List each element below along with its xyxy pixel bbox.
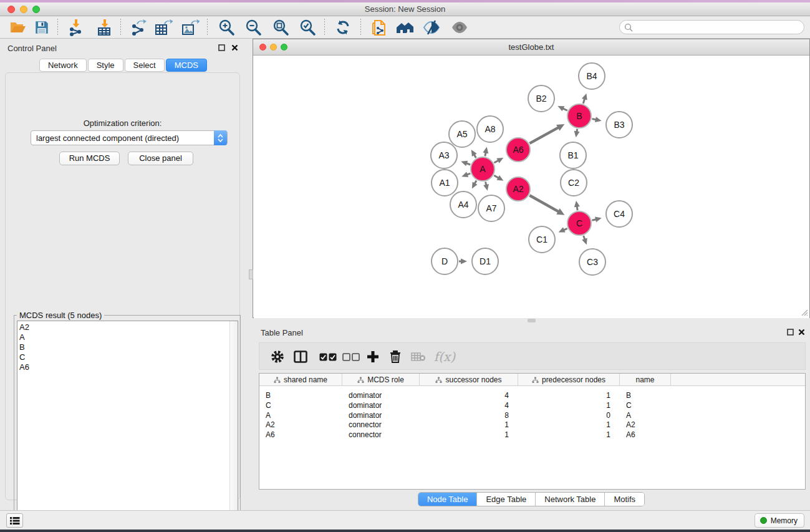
- refresh-network-icon[interactable]: [334, 18, 352, 37]
- tab-select[interactable]: Select: [125, 59, 165, 72]
- graph-edge[interactable]: [529, 195, 559, 212]
- add-column-icon[interactable]: [364, 347, 382, 367]
- network-window-titlebar[interactable]: testGlobe.txt: [253, 39, 809, 56]
- function-builder-icon[interactable]: f(x): [432, 347, 457, 367]
- zoom-in-icon[interactable]: [217, 18, 236, 37]
- table-cell[interactable]: dominator: [342, 411, 420, 421]
- table-cell[interactable]: 1: [420, 420, 518, 430]
- mcds-result-item[interactable]: B: [19, 342, 238, 352]
- tab-network[interactable]: Network: [39, 59, 87, 72]
- show-graphics-details-icon[interactable]: [450, 18, 469, 37]
- delete-table-icon[interactable]: [410, 347, 427, 367]
- table-cell[interactable]: 4: [420, 391, 518, 401]
- table-cell[interactable]: A: [620, 411, 671, 421]
- tab-network-table[interactable]: Network Table: [536, 493, 605, 506]
- close-panel-icon[interactable]: [231, 44, 238, 51]
- zoom-selected-icon[interactable]: [298, 18, 317, 37]
- table-cell[interactable]: dominator: [342, 401, 420, 411]
- table-cell[interactable]: 0: [518, 411, 620, 421]
- import-table-icon[interactable]: [95, 18, 114, 37]
- column-header-MCDS-role[interactable]: MCDS role: [342, 374, 420, 386]
- export-image-icon[interactable]: [181, 18, 200, 37]
- close-network-button[interactable]: [259, 44, 266, 51]
- mcds-result-item[interactable]: A2: [19, 322, 238, 332]
- resize-grip-icon[interactable]: [800, 308, 808, 316]
- close-window-button[interactable]: [7, 6, 15, 13]
- search-field[interactable]: [619, 20, 804, 34]
- float-panel-icon[interactable]: [787, 329, 794, 336]
- table-cell[interactable]: A6: [259, 430, 342, 440]
- table-cell[interactable]: A6: [620, 430, 671, 440]
- splitter-handle-horizontal[interactable]: [528, 319, 536, 322]
- new-network-from-file-icon[interactable]: [370, 18, 388, 37]
- run-mcds-button[interactable]: Run MCDS: [59, 152, 120, 165]
- splitter-handle-vertical[interactable]: [249, 269, 253, 279]
- table-row[interactable]: A6connector11A6: [259, 430, 805, 440]
- mcds-result-item[interactable]: A6: [19, 362, 238, 372]
- minimize-window-button[interactable]: [20, 6, 27, 13]
- mcds-result-item[interactable]: A: [19, 332, 238, 342]
- table-cell[interactable]: 1: [518, 401, 620, 411]
- table-cell[interactable]: A2: [620, 420, 671, 430]
- table-cell[interactable]: connector: [342, 430, 420, 440]
- mcds-result-item[interactable]: C: [19, 352, 238, 362]
- table-row[interactable]: Cdominator41C: [259, 401, 805, 411]
- optimization-criterion-dropdown[interactable]: largest connected component (directed): [31, 130, 228, 145]
- column-header-predecessor-nodes[interactable]: predecessor nodes: [518, 374, 620, 386]
- network-graph[interactable]: B4B2BB3A8A5A6A3B1AA1C2A2A4A7C4CC1DD1C3: [254, 56, 809, 318]
- float-panel-icon[interactable]: [218, 44, 225, 51]
- tab-style[interactable]: Style: [88, 59, 123, 72]
- table-cell[interactable]: B: [620, 391, 671, 401]
- tab-mcds[interactable]: MCDS: [166, 59, 207, 72]
- task-history-button[interactable]: [6, 513, 23, 528]
- close-panel-button[interactable]: Close panel: [128, 152, 193, 165]
- table-settings-gear-icon[interactable]: [269, 347, 286, 367]
- graph-node-label: A1: [439, 178, 450, 188]
- table-cell[interactable]: C: [620, 401, 671, 411]
- hide-graphics-details-icon[interactable]: [422, 18, 441, 37]
- deselect-all-columns-icon[interactable]: [341, 347, 361, 367]
- graph-edge[interactable]: [529, 127, 559, 143]
- export-table-icon[interactable]: [154, 18, 173, 37]
- search-input[interactable]: [633, 23, 804, 32]
- column-header-successor-nodes[interactable]: successor nodes: [420, 374, 518, 386]
- delete-columns-trash-icon[interactable]: [387, 347, 403, 367]
- memory-button[interactable]: Memory: [755, 513, 804, 528]
- table-cell[interactable]: B: [259, 391, 342, 401]
- zoom-out-icon[interactable]: [244, 18, 263, 37]
- zoom-fit-icon[interactable]: [271, 18, 290, 37]
- table-cell[interactable]: 8: [420, 411, 518, 421]
- home-icon[interactable]: [395, 18, 414, 37]
- table-cell[interactable]: 1: [518, 391, 620, 401]
- table-cell[interactable]: 1: [518, 430, 620, 440]
- table-cell[interactable]: connector: [342, 420, 420, 430]
- table-cell[interactable]: 1: [518, 420, 620, 430]
- minimize-network-button[interactable]: [270, 44, 277, 51]
- table-row[interactable]: A2connector11A2: [259, 420, 805, 430]
- table-row[interactable]: Adominator80A: [259, 411, 805, 421]
- column-header-shared-name[interactable]: shared name: [259, 374, 342, 386]
- scrollbar-track[interactable]: [229, 321, 238, 523]
- tab-motifs[interactable]: Motifs: [605, 493, 644, 506]
- table-cell[interactable]: 4: [420, 401, 518, 411]
- import-network-icon[interactable]: [67, 18, 85, 37]
- select-all-columns-icon[interactable]: [318, 347, 338, 367]
- export-network-icon[interactable]: [128, 18, 147, 37]
- table-cell[interactable]: 1: [420, 430, 518, 440]
- zoom-window-button[interactable]: [32, 6, 40, 13]
- tab-node-table[interactable]: Node Table: [418, 493, 478, 506]
- save-session-icon[interactable]: [32, 18, 51, 37]
- table-cell[interactable]: A2: [259, 420, 342, 430]
- table-cell[interactable]: C: [259, 401, 342, 411]
- network-canvas[interactable]: B4B2BB3A8A5A6A3B1AA1C2A2A4A7C4CC1DD1C3: [254, 56, 809, 318]
- table-cell[interactable]: dominator: [342, 391, 420, 401]
- tab-edge-table[interactable]: Edge Table: [477, 493, 536, 506]
- table-row[interactable]: Bdominator41B: [259, 391, 805, 401]
- open-folder-icon[interactable]: [8, 18, 27, 37]
- column-header-name[interactable]: name: [620, 374, 671, 386]
- zoom-network-button[interactable]: [281, 44, 287, 51]
- table-cell[interactable]: A: [259, 411, 342, 421]
- split-table-icon[interactable]: [292, 347, 309, 367]
- close-panel-icon[interactable]: [798, 329, 805, 336]
- mcds-result-list[interactable]: A2ABCA6: [17, 321, 238, 524]
